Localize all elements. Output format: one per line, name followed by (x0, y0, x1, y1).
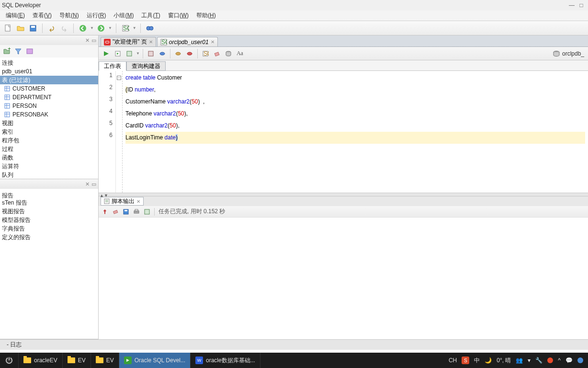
system-tray[interactable]: CH S 中 🌙 0°, 晴 👥 ▾ 🔧 ^ 💬 (444, 356, 588, 365)
redo-icon[interactable] (59, 23, 69, 34)
svg-rect-35 (215, 52, 219, 56)
tree-node[interactable]: 函数 (0, 153, 98, 162)
subtab-worksheet[interactable]: 工作表 (99, 61, 126, 71)
output-tab-script[interactable]: 脚本输出 ✕ (101, 197, 144, 206)
schema-icon[interactable] (224, 49, 233, 58)
tab-close-icon[interactable]: ✕ (136, 199, 140, 204)
new-icon[interactable] (3, 23, 13, 34)
unshared-icon[interactable] (185, 49, 194, 58)
sql-worksheet-icon[interactable]: SQL (120, 23, 131, 34)
tree-node[interactable]: 队列 (0, 171, 98, 179)
clear-icon[interactable] (212, 49, 222, 58)
tab-close-icon[interactable]: ✕ (211, 39, 215, 45)
tree-node-connection[interactable]: pdb_user01 (0, 67, 98, 76)
refresh-icon[interactable] (26, 47, 34, 55)
panel-close-icon[interactable]: ✕ (85, 37, 90, 44)
tray-chevron-icon[interactable]: ▾ (528, 357, 531, 364)
sql-editor[interactable]: 123456 − create table Customer(ID number… (99, 71, 588, 193)
tray-notif-icon[interactable] (547, 357, 553, 363)
panel-close-icon[interactable]: ✕ (85, 181, 90, 187)
tab-label: orclpdb_user01 (169, 39, 209, 46)
menu-w[interactable]: 窗口(W) (164, 11, 192, 21)
tree-node-report[interactable]: 视图报告 (0, 207, 98, 216)
save-output-icon[interactable] (123, 208, 129, 215)
tray-lang[interactable]: 中 (474, 356, 480, 365)
tree-node[interactable]: 视图 (0, 119, 98, 127)
splitter[interactable]: ▲▼ (99, 193, 588, 196)
menu-n[interactable]: 导航(N) (56, 11, 83, 21)
sheet-icon[interactable] (144, 208, 150, 215)
fold-gutter[interactable]: − (116, 71, 123, 193)
explain-plan-icon[interactable] (124, 49, 134, 58)
autotrace-icon[interactable] (146, 49, 156, 58)
tree-node-tables-filtered[interactable]: 表 (已过滤) (0, 76, 98, 84)
taskbar-item[interactable]: Woracle数据库基础... (191, 353, 260, 368)
print-icon[interactable] (133, 208, 140, 215)
connections-tree[interactable]: 连接 pdb_user01 表 (已过滤) CUSTOMERDEPARTMENT… (0, 58, 98, 179)
case-icon[interactable]: Aa (235, 49, 245, 58)
taskbar-item[interactable]: EV (91, 353, 119, 368)
tree-node-report[interactable]: sTen 报告 (0, 198, 98, 207)
editor-tab-worksheet[interactable]: SQL orclpdb_user01 ✕ (157, 37, 218, 46)
sql-history-icon[interactable]: SQL (201, 49, 210, 58)
minimize-button[interactable]: — (567, 2, 577, 9)
bottom-tab-log[interactable]: - 日志 (3, 341, 25, 349)
tree-node-report[interactable]: 模型器报告 (0, 216, 98, 224)
menu-m[interactable]: 小组(M) (110, 11, 137, 21)
taskbar-item[interactable]: oracleEV (19, 353, 63, 368)
tray-weather[interactable]: 0°, 晴 (497, 356, 511, 365)
open-icon[interactable] (15, 23, 26, 34)
back-icon[interactable] (78, 23, 88, 34)
tree-node-table[interactable]: DEPARTMENT (0, 93, 98, 102)
tree-node-table[interactable]: CUSTOMER (0, 84, 98, 93)
tree-node-report[interactable]: 定义的报告 (0, 233, 98, 242)
tab-close-icon[interactable]: ✕ (149, 39, 153, 45)
save-icon[interactable] (28, 23, 38, 34)
tree-node-report[interactable]: 字典报告 (0, 224, 98, 233)
taskbar-item[interactable]: Oracle SQL Devel... (119, 353, 191, 368)
dba-icon[interactable] (145, 23, 155, 34)
oracle-icon (104, 39, 111, 46)
menu-t[interactable]: 工具(T) (137, 11, 164, 21)
new-connection-icon[interactable]: + (3, 47, 11, 55)
subtab-querybuilder[interactable]: 查询构建器 (126, 61, 166, 71)
panel-minimize-icon[interactable]: ▭ (91, 37, 96, 44)
tray-blue-icon[interactable] (577, 357, 583, 363)
tree-node-table[interactable]: PERSONBAK (0, 110, 98, 119)
tree-node-connections[interactable]: 连接 (0, 58, 98, 67)
menu-e[interactable]: 编辑(E) (2, 11, 29, 21)
undo-icon[interactable] (46, 23, 57, 34)
start-button[interactable] (0, 353, 19, 368)
maximize-button[interactable]: □ (577, 2, 586, 9)
tree-node[interactable]: 程序包 (0, 136, 98, 145)
tree-node[interactable]: 运算符 (0, 162, 98, 171)
pin-icon[interactable] (102, 208, 108, 215)
taskbar-item[interactable]: EV (63, 353, 91, 368)
panel-minimize-icon[interactable]: ▭ (91, 181, 96, 187)
sogou-icon[interactable]: S (462, 356, 469, 364)
menu-v[interactable]: 查看(V) (29, 11, 56, 21)
tray-balloon-icon[interactable]: 💬 (565, 357, 573, 364)
run-script-icon[interactable] (113, 49, 123, 58)
rollback-icon[interactable] (173, 49, 183, 58)
commit-icon[interactable] (158, 49, 167, 58)
tray-group-icon[interactable]: 👥 (516, 357, 523, 364)
tree-node-report[interactable]: 报告 (0, 190, 98, 198)
tree-node[interactable]: 索引 (0, 127, 98, 136)
editor-tab-welcome[interactable]: "欢迎使用" 页 ✕ (101, 37, 156, 46)
run-icon[interactable] (102, 49, 111, 58)
connection-indicator[interactable]: orclpdb_ (553, 50, 585, 58)
output-content[interactable] (99, 218, 588, 339)
eraser-icon[interactable] (112, 208, 119, 215)
forward-icon[interactable] (96, 23, 106, 34)
reports-tree[interactable]: 报告sTen 报告视图报告模型器报告字典报告定义的报告 (0, 189, 98, 339)
tree-node[interactable]: 过程 (0, 145, 98, 153)
code-content[interactable]: create table Customer(ID number,Customer… (123, 71, 588, 193)
menu-h[interactable]: 帮助(H) (192, 11, 220, 21)
tray-up-icon[interactable]: ^ (558, 357, 561, 364)
tree-node-table[interactable]: PERSON (0, 102, 98, 110)
menu-r[interactable]: 运行(R) (83, 11, 110, 21)
tray-wrench-icon[interactable]: 🔧 (535, 357, 543, 364)
tray-ime[interactable]: CH (449, 357, 457, 364)
filter-icon[interactable] (14, 47, 22, 55)
